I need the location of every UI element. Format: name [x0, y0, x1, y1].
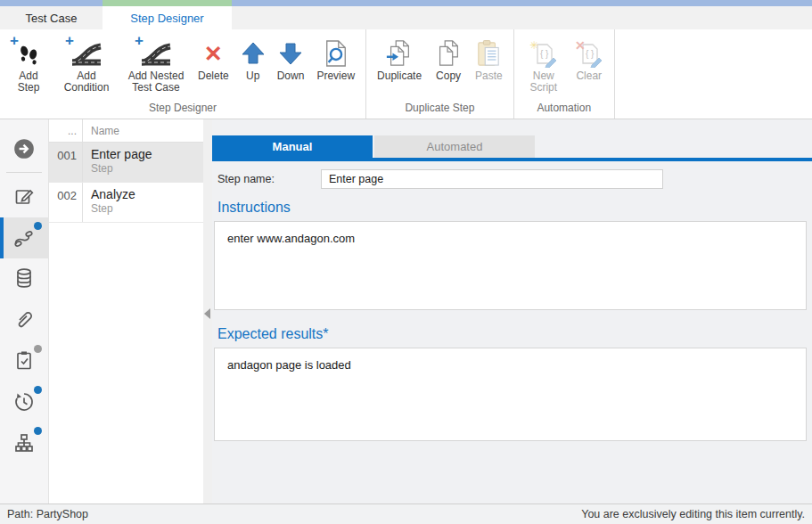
svg-text:{ }: { }	[586, 49, 595, 59]
sidebar-item-history[interactable]	[0, 381, 49, 422]
tab-step-designer[interactable]: Step Designer	[103, 6, 232, 29]
group-label-duplicate-step: Duplicate Step	[366, 102, 513, 119]
add-step-button[interactable]: + Add Step	[4, 36, 53, 94]
expected-results-textarea[interactable]: andagon page is loaded	[214, 348, 807, 441]
panel-splitter[interactable]	[203, 119, 212, 504]
step-number: 001	[49, 143, 83, 182]
delete-x-icon: ✕	[204, 37, 223, 70]
sidebar-item-navigate[interactable]	[0, 128, 49, 169]
footprints-add-icon: +	[15, 37, 42, 70]
database-icon	[13, 267, 35, 291]
step-name-input[interactable]	[321, 169, 663, 189]
tasks-gray-badge	[34, 345, 42, 353]
copy-pages-icon	[434, 37, 463, 70]
paste-button[interactable]: Paste	[469, 36, 509, 83]
ribbon-group-duplicate-step: Duplicate Copy	[365, 29, 513, 119]
step-name-label: Step name:	[217, 173, 321, 185]
step-type: Step	[91, 162, 203, 175]
editor-tab-underline	[212, 158, 812, 161]
add-nested-test-case-button[interactable]: + Add Nested Test Case	[120, 36, 192, 94]
new-script-icon: { } ✳	[529, 37, 558, 70]
up-label: Up	[246, 70, 259, 82]
new-script-label: New Script	[525, 70, 562, 94]
step-row-001[interactable]: 001 Enter page Step	[49, 143, 203, 183]
column-header-number[interactable]: ...	[49, 119, 83, 142]
down-button[interactable]: Down	[271, 36, 311, 83]
condition-add-icon: +	[70, 37, 103, 70]
status-editing-message: You are exclusively editing this item cu…	[581, 508, 805, 520]
new-script-button[interactable]: { } ✳ New Script	[519, 36, 569, 94]
arrow-down-icon	[279, 37, 302, 70]
add-nested-test-case-label: Add Nested Test Case	[127, 70, 185, 94]
tab-manual[interactable]: Manual	[212, 135, 373, 158]
duplicate-label: Duplicate	[377, 70, 422, 82]
add-condition-button[interactable]: + Add Condition	[53, 36, 120, 94]
clear-script-icon: { } ✕	[575, 37, 603, 70]
delete-label: Delete	[198, 70, 229, 82]
go-circle-arrow-icon	[12, 137, 36, 160]
step-designer-window: Test Case Step Designer +	[0, 0, 812, 524]
svg-text:{ }: { }	[540, 49, 549, 59]
strip-blue-left	[0, 0, 103, 6]
step-number: 002	[49, 183, 83, 222]
edit-compose-icon	[13, 186, 35, 208]
clear-script-button[interactable]: { } ✕ Clear	[569, 36, 610, 83]
svg-text:✳: ✳	[529, 39, 538, 52]
up-button[interactable]: Up	[235, 36, 271, 83]
column-header-name[interactable]: Name	[83, 119, 203, 142]
ribbon-spacer	[614, 29, 812, 119]
delete-button[interactable]: ✕ Delete	[192, 36, 235, 83]
hierarchy-sitemap-icon	[13, 432, 35, 454]
arrow-up-icon	[242, 37, 265, 70]
steps-blue-badge	[34, 222, 42, 230]
ribbon: + Add Step +	[0, 29, 812, 119]
add-step-label: Add Step	[11, 70, 46, 94]
status-bar: Path: PartyShop You are exclusively edit…	[0, 504, 812, 524]
strip-blue-right	[232, 0, 812, 6]
tab-test-case[interactable]: Test Case	[0, 6, 103, 29]
instructions-heading: Instructions	[217, 200, 812, 216]
ribbon-group-step-designer: + Add Step +	[0, 29, 365, 119]
step-list: ... Name 001 Enter page Step 002 Analyze…	[49, 119, 203, 504]
group-label-step-designer: Step Designer	[0, 102, 365, 119]
sidebar-item-edit[interactable]	[0, 176, 49, 217]
clear-script-label: Clear	[576, 70, 602, 82]
preview-label: Preview	[316, 70, 355, 82]
steps-footprints-icon	[12, 226, 36, 250]
sidebar-item-tasks[interactable]	[0, 340, 49, 381]
preview-button[interactable]: Preview	[310, 36, 361, 83]
sidebar-item-database[interactable]	[0, 258, 49, 299]
step-name: Enter page	[91, 147, 203, 161]
step-list-header: ... Name	[49, 119, 203, 143]
tab-automated[interactable]: Automated	[374, 135, 535, 158]
copy-button[interactable]: Copy	[428, 36, 469, 83]
duplicate-pages-icon	[385, 37, 414, 70]
nested-test-case-add-icon: +	[140, 37, 172, 70]
add-condition-label: Add Condition	[59, 70, 114, 94]
copy-label: Copy	[436, 70, 461, 82]
left-icon-sidebar	[0, 119, 49, 504]
paste-clipboard-icon	[476, 37, 501, 70]
strip-green-active-tab	[103, 0, 232, 6]
top-accent-strip	[0, 0, 812, 6]
duplicate-button[interactable]: Duplicate	[371, 36, 428, 83]
sidebar-item-attachments[interactable]	[0, 299, 49, 340]
group-label-automation: Automation	[514, 102, 614, 119]
attachment-paperclip-icon	[13, 308, 35, 332]
down-label: Down	[277, 70, 305, 82]
instructions-textarea[interactable]: enter www.andagon.com	[214, 221, 807, 310]
hierarchy-blue-badge	[34, 427, 42, 435]
collapse-left-icon[interactable]	[204, 308, 210, 319]
step-editor-panel: Manual Automated Step name: Instructions…	[212, 119, 812, 504]
editor-tab-bar: Manual Automated	[212, 135, 812, 158]
sidebar-item-hierarchy[interactable]	[0, 422, 49, 463]
step-row-002[interactable]: 002 Analyze Step	[49, 183, 203, 223]
sidebar-separator	[6, 172, 42, 173]
ribbon-tab-bar: Test Case Step Designer	[0, 6, 812, 29]
tasks-clipboard-icon	[13, 349, 35, 373]
sidebar-item-steps[interactable]	[0, 217, 49, 258]
paste-label: Paste	[475, 70, 503, 82]
step-name: Analyze	[91, 187, 203, 201]
status-path: Path: PartyShop	[7, 508, 88, 520]
step-type: Step	[91, 202, 203, 215]
